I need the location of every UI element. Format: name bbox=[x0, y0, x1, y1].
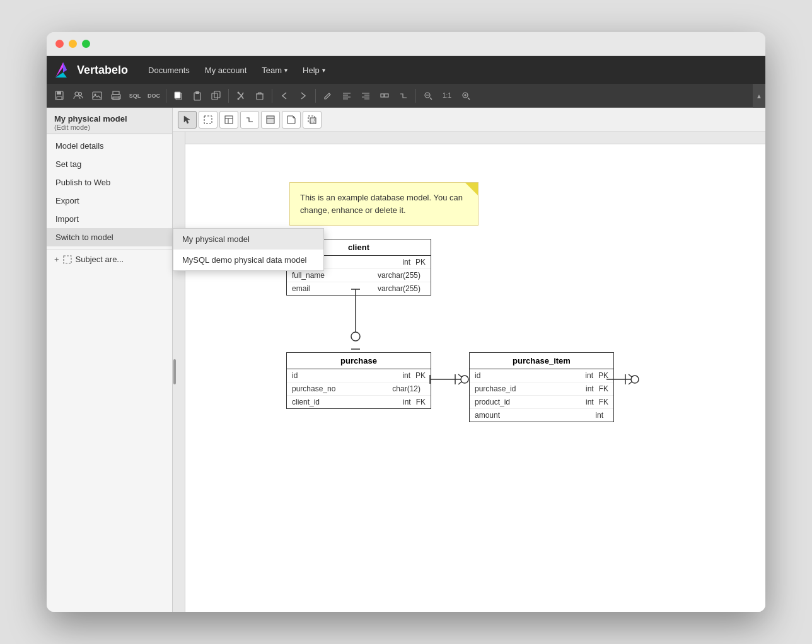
svg-line-39 bbox=[468, 98, 470, 100]
svg-rect-42 bbox=[225, 116, 233, 124]
tool-overlay[interactable] bbox=[303, 111, 322, 129]
svg-point-63 bbox=[631, 376, 639, 383]
sep1 bbox=[166, 89, 166, 103]
svg-rect-41 bbox=[204, 116, 212, 124]
diagram-area[interactable]: This is an example database model. You c… bbox=[185, 144, 765, 612]
svg-line-61 bbox=[629, 379, 635, 384]
tool-select[interactable] bbox=[178, 111, 197, 129]
copy-button[interactable] bbox=[170, 87, 187, 105]
titlebar bbox=[47, 32, 765, 56]
note-corner-icon bbox=[465, 183, 478, 195]
group-button[interactable] bbox=[376, 87, 393, 105]
cut-button[interactable] bbox=[232, 87, 250, 105]
table-row: product_id int FK bbox=[470, 396, 613, 409]
svg-rect-10 bbox=[113, 91, 119, 95]
main-area: My physical model (Edit mode) Model deta… bbox=[47, 108, 765, 612]
table-row: id int PK bbox=[287, 369, 431, 382]
save-button[interactable] bbox=[50, 87, 68, 105]
users-button[interactable] bbox=[69, 87, 87, 105]
tool-view[interactable] bbox=[261, 111, 280, 129]
svg-rect-8 bbox=[93, 92, 102, 100]
sidebar-header: My physical model (Edit mode) bbox=[47, 108, 172, 134]
table-purchase[interactable]: purchase id int PK purchase_no char(12) bbox=[286, 352, 431, 409]
table-purchase-item-header: purchase_item bbox=[470, 353, 613, 369]
vertical-scroll-indicator[interactable] bbox=[173, 359, 176, 384]
sidebar: My physical model (Edit mode) Model deta… bbox=[47, 108, 173, 612]
subject-area-icon bbox=[63, 255, 72, 264]
sidebar-item-model-details[interactable]: Model details bbox=[47, 137, 172, 155]
logo: Vertabelo bbox=[53, 60, 128, 80]
sidebar-title: My physical model bbox=[54, 114, 165, 124]
fit-button[interactable]: 1:1 bbox=[438, 87, 456, 105]
submenu: My physical model MySQL demo physical da… bbox=[173, 228, 324, 271]
menu-documents[interactable]: Documents bbox=[141, 62, 197, 79]
submenu-item-mysql-demo[interactable]: MySQL demo physical data model bbox=[173, 250, 323, 270]
sep5 bbox=[415, 89, 416, 103]
note-box[interactable]: This is an example database model. You c… bbox=[289, 182, 478, 226]
app-window: Vertabelo Documents My account Team ▾ He… bbox=[47, 32, 765, 612]
canvas-area: This is an example database model. You c… bbox=[173, 108, 765, 612]
minimize-button[interactable] bbox=[69, 40, 77, 48]
align-left-button[interactable] bbox=[338, 87, 356, 105]
note-text: This is an example database model. You c… bbox=[300, 193, 463, 215]
table-row: full_name varchar(255) bbox=[287, 269, 431, 282]
maximize-button[interactable] bbox=[82, 40, 90, 48]
sidebar-item-import[interactable]: Import bbox=[47, 210, 172, 228]
close-button[interactable] bbox=[55, 40, 64, 48]
logo-text: Vertabelo bbox=[77, 64, 128, 77]
plus-icon: + bbox=[54, 255, 59, 264]
forward-button[interactable] bbox=[294, 87, 312, 105]
print-button[interactable] bbox=[107, 87, 125, 105]
svg-line-35 bbox=[430, 98, 432, 100]
svg-point-20 bbox=[238, 91, 240, 93]
edit-button[interactable] bbox=[319, 87, 337, 105]
menubar: Vertabelo Documents My account Team ▾ He… bbox=[47, 56, 765, 84]
image-button[interactable] bbox=[88, 87, 106, 105]
subject-area-label: Subject are... bbox=[76, 255, 124, 264]
connector-type-button[interactable] bbox=[395, 87, 412, 105]
svg-rect-31 bbox=[381, 94, 384, 97]
tool-table[interactable] bbox=[219, 111, 238, 129]
tool-note[interactable] bbox=[282, 111, 301, 129]
canvas-content: This is an example database model. You c… bbox=[173, 132, 765, 612]
menu-myaccount[interactable]: My account bbox=[197, 62, 254, 79]
sidebar-item-switch-to-model[interactable]: Switch to model My physical model MySQL … bbox=[47, 228, 172, 246]
toolbar-scroll-up-icon[interactable]: ▲ bbox=[753, 84, 765, 108]
zoom-in-button[interactable] bbox=[457, 87, 475, 105]
delete-button[interactable] bbox=[251, 87, 269, 105]
svg-rect-4 bbox=[57, 91, 61, 95]
svg-rect-17 bbox=[195, 91, 199, 94]
tool-connector[interactable] bbox=[240, 111, 259, 129]
svg-rect-22 bbox=[257, 94, 263, 100]
svg-line-55 bbox=[458, 374, 465, 379]
table-row: amount int bbox=[470, 409, 613, 422]
sidebar-item-set-tag[interactable]: Set tag bbox=[47, 155, 172, 173]
canvas-toolbar bbox=[173, 108, 765, 132]
tool-marquee[interactable] bbox=[199, 111, 218, 129]
toolbar: SQL DOC bbox=[47, 84, 765, 108]
logo-icon bbox=[53, 60, 73, 80]
paste-button[interactable] bbox=[188, 87, 206, 105]
menu-help[interactable]: Help ▾ bbox=[295, 62, 333, 79]
align-right-button[interactable] bbox=[357, 87, 374, 105]
sidebar-item-export[interactable]: Export bbox=[47, 192, 172, 210]
table-row: purchase_id int FK bbox=[470, 382, 613, 396]
svg-point-21 bbox=[238, 98, 240, 100]
horizontal-ruler bbox=[185, 132, 765, 144]
svg-rect-48 bbox=[310, 118, 316, 124]
clone-button[interactable] bbox=[207, 87, 225, 105]
svg-point-13 bbox=[119, 96, 120, 97]
sql-button[interactable]: SQL bbox=[126, 87, 144, 105]
back-button[interactable] bbox=[276, 87, 293, 105]
zoom-out-button[interactable] bbox=[419, 87, 437, 105]
svg-rect-32 bbox=[385, 94, 388, 97]
team-arrow-icon: ▾ bbox=[284, 67, 287, 74]
svg-point-51 bbox=[351, 332, 360, 341]
menu-team[interactable]: Team ▾ bbox=[254, 62, 295, 79]
svg-rect-40 bbox=[64, 256, 71, 263]
relationship-purchase-item bbox=[430, 370, 468, 389]
sidebar-item-publish-to-web[interactable]: Publish to Web bbox=[47, 173, 172, 192]
submenu-item-my-physical-model[interactable]: My physical model bbox=[173, 229, 323, 250]
doc-button[interactable]: DOC bbox=[145, 87, 163, 105]
table-purchase-item[interactable]: purchase_item id int PK purchase_id int … bbox=[469, 352, 614, 422]
